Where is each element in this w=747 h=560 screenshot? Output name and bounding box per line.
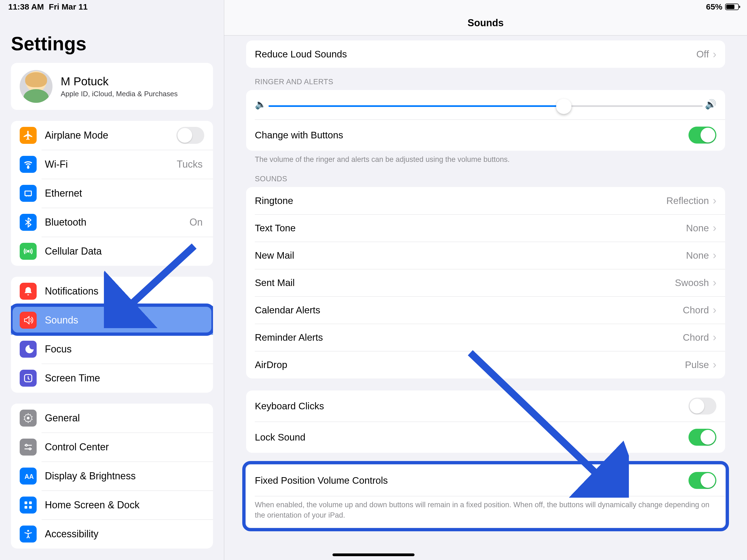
fixed-position-card: Fixed Position Volume Controls When enab…: [246, 465, 725, 528]
status-time: 11:38 AM: [8, 2, 44, 11]
row-value: Chord: [683, 305, 709, 315]
sidebar-item-label: Notifications: [45, 285, 204, 297]
chevron-right-icon: ›: [713, 331, 716, 343]
svg-rect-10: [25, 506, 27, 509]
svg-point-6: [29, 448, 31, 450]
sidebar-item-focus[interactable]: Focus: [11, 335, 213, 364]
row-text-tone[interactable]: Text ToneNone›: [246, 214, 725, 242]
control-center-icon: [20, 439, 36, 456]
display-icon: AA: [20, 467, 36, 485]
sidebar-item-label: Wi-Fi: [45, 159, 177, 170]
page-title: Settings: [0, 22, 224, 63]
feedback-card: Keyboard Clicks Lock Sound: [246, 390, 725, 453]
sidebar-item-screen-time[interactable]: Screen Time: [11, 364, 213, 393]
ringer-volume-slider[interactable]: [268, 105, 703, 107]
sidebar-item-ethernet[interactable]: Ethernet: [11, 179, 213, 208]
fixed-position-footer: When enabled, the volume up and down but…: [255, 500, 716, 520]
row-airdrop[interactable]: AirDropPulse›: [246, 351, 725, 378]
bluetooth-icon: [20, 214, 36, 231]
sidebar-item-bluetooth[interactable]: Bluetooth On: [11, 208, 213, 237]
notifications-icon: [20, 283, 36, 300]
row-keyboard-clicks[interactable]: Keyboard Clicks: [246, 390, 725, 422]
sidebar-item-cellular[interactable]: Cellular Data: [11, 237, 213, 266]
row-label: Text Tone: [255, 223, 686, 233]
bluetooth-value: On: [189, 217, 203, 228]
group-header-sounds: SOUNDS: [255, 175, 725, 183]
chevron-right-icon: ›: [713, 249, 716, 261]
row-label: Lock Sound: [255, 432, 689, 443]
row-sent-mail[interactable]: Sent MailSwoosh›: [246, 269, 725, 297]
row-label: Keyboard Clicks: [255, 401, 689, 411]
svg-rect-1: [25, 191, 31, 196]
fixed-position-toggle[interactable]: [689, 472, 716, 489]
sidebar-item-label: Control Center: [45, 441, 204, 453]
row-label: Change with Buttons: [255, 130, 689, 141]
lock-sound-toggle[interactable]: [689, 429, 716, 446]
sidebar-item-general[interactable]: General: [11, 404, 213, 433]
row-change-with-buttons[interactable]: Change with Buttons: [246, 120, 725, 151]
detail-pane: Sounds Reduce Loud Sounds Off › RINGER A…: [224, 0, 747, 560]
chevron-right-icon: ›: [713, 222, 716, 234]
row-reminder-alerts[interactable]: Reminder AlertsChord›: [246, 324, 725, 351]
row-value: Pulse: [685, 359, 709, 370]
sidebar-item-airplane-mode[interactable]: Airplane Mode: [11, 121, 213, 150]
detail-title: Sounds: [468, 17, 504, 29]
chevron-right-icon: ›: [713, 358, 716, 371]
row-ringtone[interactable]: RingtoneReflection›: [246, 187, 725, 214]
sidebar-item-label: Sounds: [45, 314, 204, 326]
row-fixed-position-volume[interactable]: Fixed Position Volume Controls: [246, 465, 725, 496]
svg-point-5: [25, 444, 27, 446]
wifi-value: Tucks: [177, 159, 203, 170]
connectivity-group: Airplane Mode Wi-Fi Tucks Ethernet Bluet…: [11, 121, 213, 266]
airplane-toggle[interactable]: [176, 127, 204, 144]
sidebar-item-sounds[interactable]: Sounds: [11, 306, 213, 335]
svg-rect-9: [29, 502, 32, 504]
settings-sidebar: Settings M Potuck Apple ID, iCloud, Medi…: [0, 0, 224, 560]
sidebar-item-control-center[interactable]: Control Center: [11, 433, 213, 462]
speaker-high-icon: 🔊: [705, 99, 716, 110]
account-name: M Potuck: [61, 75, 178, 88]
cellular-icon: [20, 243, 36, 260]
speaker-low-icon: 🔈: [255, 99, 266, 110]
row-label: AirDrop: [255, 359, 685, 370]
screen-time-icon: [20, 370, 36, 387]
sidebar-item-label: Accessibility: [45, 528, 204, 540]
alerts-group: Notifications Sounds Focus Screen Time: [11, 277, 213, 393]
airplane-icon: [20, 127, 36, 144]
wifi-icon: [20, 156, 36, 173]
ringer-volume-slider-row[interactable]: 🔈 🔊: [246, 90, 725, 120]
avatar: [20, 70, 52, 103]
row-new-mail[interactable]: New MailNone›: [246, 242, 725, 269]
sidebar-item-label: Home Screen & Dock: [45, 499, 204, 511]
sidebar-item-display[interactable]: AA Display & Brightness: [11, 462, 213, 490]
sidebar-item-label: General: [45, 412, 204, 424]
keyboard-clicks-toggle[interactable]: [689, 398, 716, 414]
gear-icon: [20, 410, 36, 427]
general-group: General Control Center AA Display & Brig…: [11, 404, 213, 549]
chevron-right-icon: ›: [713, 195, 716, 207]
row-label: Reduce Loud Sounds: [255, 49, 696, 59]
sidebar-item-home-screen[interactable]: Home Screen & Dock: [11, 490, 213, 519]
ringer-card: 🔈 🔊 Change with Buttons: [246, 90, 725, 151]
change-with-buttons-toggle[interactable]: [689, 127, 716, 144]
sounds-card: RingtoneReflection› Text ToneNone› New M…: [246, 187, 725, 378]
row-reduce-loud[interactable]: Reduce Loud Sounds Off ›: [246, 41, 725, 68]
chevron-right-icon: ›: [713, 48, 716, 60]
sidebar-item-notifications[interactable]: Notifications: [11, 277, 213, 306]
account-card[interactable]: M Potuck Apple ID, iCloud, Media & Purch…: [11, 63, 213, 110]
row-lock-sound[interactable]: Lock Sound: [246, 422, 725, 453]
sidebar-item-wifi[interactable]: Wi-Fi Tucks: [11, 150, 213, 179]
account-subtitle: Apple ID, iCloud, Media & Purchases: [61, 90, 178, 98]
row-value: Reflection: [666, 195, 709, 206]
row-value: Chord: [683, 332, 709, 343]
row-calendar-alerts[interactable]: Calendar AlertsChord›: [246, 297, 725, 324]
row-label: Calendar Alerts: [255, 305, 683, 315]
row-value: None: [686, 250, 709, 261]
sidebar-item-accessibility[interactable]: Accessibility: [11, 519, 213, 549]
row-label: Reminder Alerts: [255, 332, 683, 343]
svg-point-12: [27, 530, 29, 532]
sidebar-item-label: Screen Time: [45, 373, 204, 384]
chevron-right-icon: ›: [713, 304, 716, 316]
sidebar-item-label: Focus: [45, 343, 204, 355]
chevron-right-icon: ›: [713, 276, 716, 289]
